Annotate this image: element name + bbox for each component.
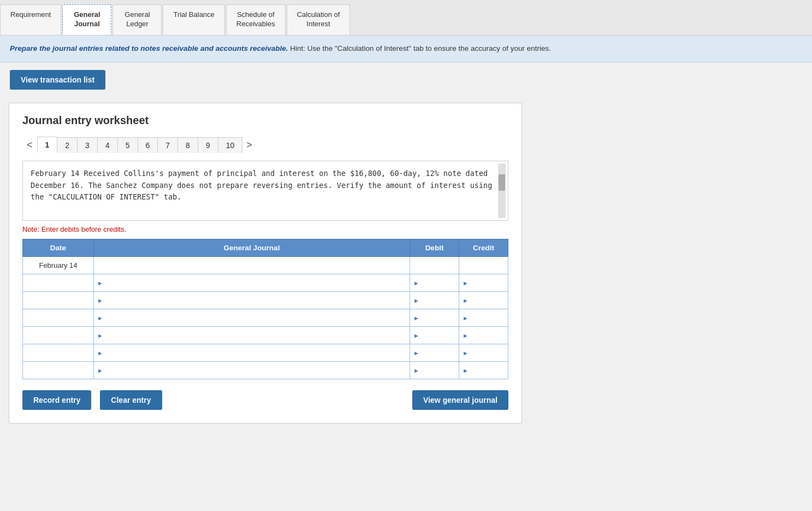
- entry-cell-7[interactable]: ►: [94, 362, 410, 379]
- page-tab-4[interactable]: 4: [97, 137, 118, 153]
- credit-cell-3[interactable]: ►: [459, 292, 508, 309]
- debit-input-3[interactable]: [422, 295, 455, 306]
- credit-cell-1[interactable]: [459, 257, 508, 274]
- debit-cell-2[interactable]: ►: [410, 274, 459, 292]
- debit-input-2[interactable]: [422, 278, 455, 288]
- credit-input-1[interactable]: [463, 260, 505, 271]
- date-cell-6: [23, 344, 94, 362]
- debit-cell-4[interactable]: ►: [410, 309, 459, 327]
- journal-table: Date General Journal Debit Credit Februa…: [22, 239, 508, 379]
- page-tab-2[interactable]: 2: [57, 137, 78, 153]
- arrow-icon-6: ►: [97, 350, 103, 356]
- date-cell-3: [23, 292, 94, 309]
- credit-input-4[interactable]: [471, 313, 505, 323]
- page-tab-9[interactable]: 9: [198, 137, 218, 153]
- debit-input-5[interactable]: [422, 330, 455, 340]
- date-cell-2: [23, 274, 94, 292]
- record-entry-button[interactable]: Record entry: [22, 390, 91, 410]
- page-tab-10[interactable]: 10: [218, 137, 243, 153]
- debit-cell-7[interactable]: ►: [410, 362, 459, 379]
- entry-input-1[interactable]: [97, 260, 406, 271]
- arrow-icon-3: ►: [97, 297, 103, 304]
- arrow-icon-debit-6: ►: [413, 350, 419, 356]
- debit-cell-3[interactable]: ►: [410, 292, 459, 309]
- page-tab-7[interactable]: 7: [157, 137, 178, 153]
- clear-entry-button[interactable]: Clear entry: [100, 390, 162, 410]
- debit-cell-1[interactable]: [410, 257, 459, 274]
- transaction-box: February 14 Received Collins's payment o…: [22, 161, 508, 221]
- tab-general-ledger[interactable]: GeneralLedger: [112, 4, 162, 35]
- table-row: ► ► ►: [23, 292, 508, 309]
- arrow-icon-4: ►: [97, 315, 103, 321]
- credit-cell-7[interactable]: ►: [459, 362, 508, 379]
- scrollbar[interactable]: [498, 163, 506, 218]
- entry-cell-5[interactable]: ►: [94, 327, 410, 344]
- debit-cell-5[interactable]: ►: [410, 327, 459, 344]
- col-header-date: Date: [23, 239, 94, 257]
- arrow-icon-debit-3: ►: [413, 297, 419, 304]
- entry-input-3[interactable]: [105, 295, 406, 306]
- arrow-icon-credit-4: ►: [463, 315, 469, 321]
- arrow-icon-debit-5: ►: [413, 332, 419, 339]
- credit-input-3[interactable]: [471, 295, 505, 306]
- tab-trial-balance[interactable]: Trial Balance: [163, 4, 224, 35]
- entry-cell-6[interactable]: ►: [94, 344, 410, 362]
- entry-cell-1[interactable]: [94, 257, 410, 274]
- table-row: ► ► ►: [23, 362, 508, 379]
- entry-input-6[interactable]: [105, 348, 406, 358]
- credit-input-2[interactable]: [471, 278, 505, 288]
- tab-calculation-interest[interactable]: Calculation ofInterest: [287, 4, 351, 35]
- instruction-banner: Prepare the journal entries related to n…: [0, 36, 812, 62]
- view-transaction-button[interactable]: View transaction list: [10, 70, 105, 90]
- debit-input-4[interactable]: [422, 313, 455, 323]
- tab-schedule-receivables[interactable]: Schedule ofReceivables: [226, 4, 286, 35]
- table-row: ► ► ►: [23, 327, 508, 344]
- entry-input-4[interactable]: [105, 313, 406, 323]
- debit-input-7[interactable]: [422, 365, 455, 375]
- instruction-bold: Prepare the journal entries related to n…: [10, 44, 288, 52]
- arrow-icon-credit-3: ►: [463, 297, 469, 304]
- entry-cell-4[interactable]: ►: [94, 309, 410, 327]
- page-tab-8[interactable]: 8: [177, 137, 198, 153]
- tab-general-journal[interactable]: GeneralJournal: [62, 4, 111, 35]
- credit-cell-5[interactable]: ►: [459, 327, 508, 344]
- arrow-icon-debit-4: ►: [413, 315, 419, 321]
- arrow-icon-credit-5: ►: [463, 332, 469, 339]
- arrow-icon-credit-6: ►: [463, 350, 469, 356]
- page-next-button[interactable]: >: [242, 137, 257, 153]
- entry-cell-3[interactable]: ►: [94, 292, 410, 309]
- tabs-bar: Requirement GeneralJournal GeneralLedger…: [0, 0, 812, 36]
- debit-input-1[interactable]: [413, 260, 455, 271]
- arrow-icon-debit-7: ►: [413, 367, 419, 374]
- entry-input-7[interactable]: [105, 365, 406, 375]
- entry-cell-2[interactable]: ►: [94, 274, 410, 292]
- view-general-journal-button[interactable]: View general journal: [412, 390, 508, 410]
- credit-cell-2[interactable]: ►: [459, 274, 508, 292]
- table-row: ► ► ►: [23, 344, 508, 362]
- debit-input-6[interactable]: [422, 348, 455, 358]
- tab-requirement[interactable]: Requirement: [0, 4, 61, 35]
- credit-input-5[interactable]: [471, 330, 505, 340]
- table-row: ► ► ►: [23, 274, 508, 292]
- date-cell-4: [23, 309, 94, 327]
- entry-input-2[interactable]: [105, 278, 406, 288]
- debit-cell-6[interactable]: ►: [410, 344, 459, 362]
- credit-cell-4[interactable]: ►: [459, 309, 508, 327]
- credit-cell-6[interactable]: ►: [459, 344, 508, 362]
- bottom-bar: Record entry Clear entry View general jo…: [22, 390, 508, 410]
- page-tab-3[interactable]: 3: [77, 137, 98, 153]
- page-tab-1[interactable]: 1: [37, 137, 58, 153]
- credit-input-7[interactable]: [471, 365, 505, 375]
- arrow-icon-debit-2: ►: [413, 280, 419, 286]
- arrow-icon-2: ►: [97, 280, 103, 286]
- date-cell-7: [23, 362, 94, 379]
- page-tab-5[interactable]: 5: [117, 137, 138, 153]
- worksheet-title: Journal entry worksheet: [22, 114, 508, 127]
- page-tab-6[interactable]: 6: [138, 137, 158, 153]
- scrollbar-thumb: [499, 174, 505, 191]
- table-row: February 14: [23, 257, 508, 274]
- credit-input-6[interactable]: [471, 348, 505, 358]
- page-prev-button[interactable]: <: [22, 137, 37, 153]
- entry-input-5[interactable]: [105, 330, 406, 340]
- instruction-normal: Hint: Use the "Calculation of Interest" …: [288, 44, 551, 52]
